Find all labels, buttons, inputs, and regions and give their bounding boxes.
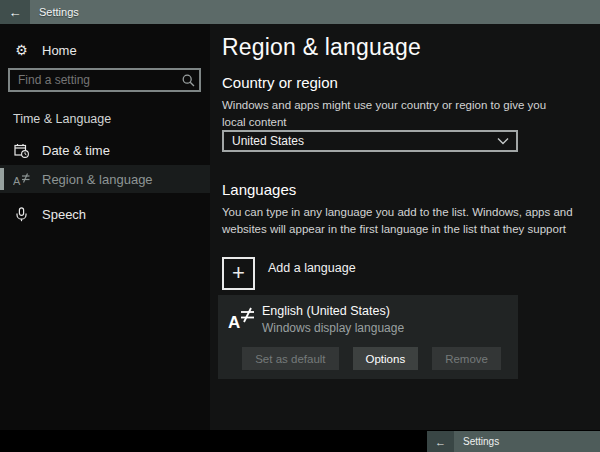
back-button[interactable]: ← [427, 431, 454, 452]
language-actions: Set as default Options Remove [242, 347, 501, 370]
chevron-down-icon [490, 137, 516, 145]
language-icon: A [13, 172, 30, 187]
language-list-item[interactable]: A English (United States) Windows displa… [218, 295, 518, 379]
secondary-window-title: Settings [463, 436, 499, 447]
sidebar-item-label: Home [42, 43, 77, 58]
svg-text:A: A [13, 175, 21, 187]
search-input[interactable] [10, 73, 177, 87]
back-button[interactable]: ← [0, 0, 30, 24]
page-title: Region & language [222, 34, 421, 61]
back-arrow-icon: ← [9, 5, 22, 20]
country-description: Windows and apps might use your country … [222, 97, 570, 130]
languages-heading: Languages [222, 181, 296, 198]
secondary-window-titlebar[interactable]: ← Settings [427, 431, 600, 452]
language-name: English (United States) [262, 304, 390, 318]
titlebar: ← Settings [0, 0, 600, 24]
country-dropdown[interactable]: United States [222, 130, 518, 152]
sidebar-item-label: Speech [42, 207, 86, 222]
main-panel: Region & language Country or region Wind… [210, 24, 600, 430]
window-title: Settings [39, 6, 79, 18]
sidebar: ⚙ Home Time & Language [0, 24, 210, 430]
search-box [8, 68, 201, 92]
sidebar-item-speech[interactable]: Speech [0, 200, 210, 228]
selected-accent-bar [0, 168, 4, 190]
sidebar-item-label: Region & language [42, 172, 153, 187]
add-language-button[interactable]: + Add a language [222, 257, 356, 290]
plus-icon: + [222, 257, 255, 290]
calendar-clock-icon [13, 143, 30, 158]
remove-button[interactable]: Remove [432, 347, 501, 370]
language-subtitle: Windows display language [262, 321, 404, 335]
language-icon: A [228, 306, 256, 332]
search-icon[interactable] [177, 74, 199, 87]
microphone-icon [13, 207, 30, 222]
sidebar-item-region-language[interactable]: A Region & language [0, 165, 210, 193]
svg-text:A: A [228, 313, 240, 332]
set-as-default-button[interactable]: Set as default [242, 347, 338, 370]
sidebar-item-label: Date & time [42, 143, 110, 158]
options-button[interactable]: Options [353, 347, 419, 370]
gear-icon: ⚙ [13, 42, 30, 58]
languages-description: You can type in any language you add to … [222, 204, 574, 237]
add-language-label: Add a language [268, 261, 356, 275]
country-dropdown-value: United States [224, 134, 490, 148]
back-arrow-icon: ← [435, 436, 446, 448]
country-heading: Country or region [222, 74, 338, 91]
settings-window: ← Settings ⚙ Home Time & Language [0, 0, 600, 452]
sidebar-section-header: Time & Language [13, 112, 111, 126]
sidebar-item-date-time[interactable]: Date & time [0, 136, 210, 164]
sidebar-item-home[interactable]: ⚙ Home [0, 36, 210, 64]
